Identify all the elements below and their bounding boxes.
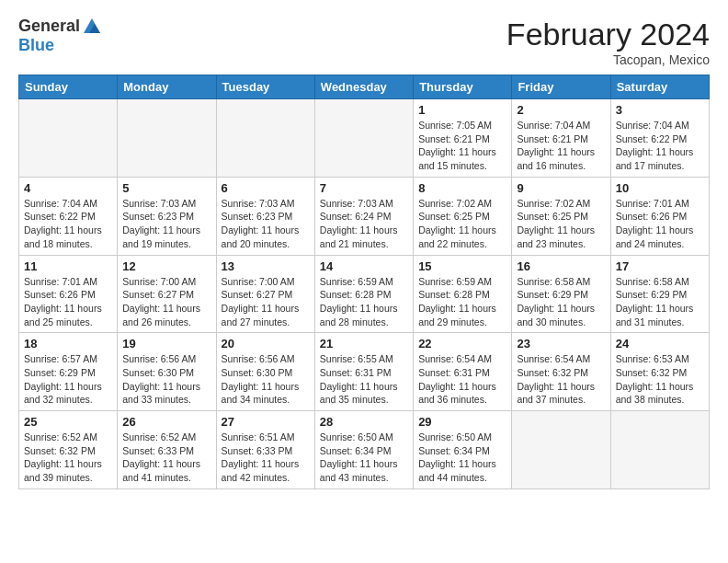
day-number: 21 xyxy=(320,337,408,350)
calendar-cell: 15Sunrise: 6:59 AMSunset: 6:28 PMDayligh… xyxy=(414,255,512,333)
title-block: February 2024 Tacopan, Mexico xyxy=(506,17,710,67)
day-info: Sunrise: 6:52 AMSunset: 6:32 PMDaylight:… xyxy=(24,431,112,485)
day-number: 29 xyxy=(418,415,506,429)
logo-blue-text: Blue xyxy=(18,36,54,54)
header-thursday: Thursday xyxy=(414,75,512,99)
calendar-cell: 22Sunrise: 6:54 AMSunset: 6:31 PMDayligh… xyxy=(414,333,512,411)
day-info: Sunrise: 7:00 AMSunset: 6:27 PMDaylight:… xyxy=(122,275,210,329)
day-number: 20 xyxy=(222,337,310,350)
calendar-cell: 11Sunrise: 7:01 AMSunset: 6:26 PMDayligh… xyxy=(19,255,118,333)
calendar-cell xyxy=(118,99,216,178)
calendar-cell: 23Sunrise: 6:54 AMSunset: 6:32 PMDayligh… xyxy=(512,333,610,411)
day-info: Sunrise: 7:02 AMSunset: 6:25 PMDaylight:… xyxy=(517,197,605,251)
calendar-cell: 25Sunrise: 6:52 AMSunset: 6:32 PMDayligh… xyxy=(19,411,118,489)
calendar-cell xyxy=(19,99,118,178)
day-info: Sunrise: 7:01 AMSunset: 6:26 PMDaylight:… xyxy=(24,275,112,329)
calendar-cell: 26Sunrise: 6:52 AMSunset: 6:33 PMDayligh… xyxy=(118,411,216,489)
day-info: Sunrise: 7:05 AMSunset: 6:21 PMDaylight:… xyxy=(418,119,506,173)
calendar-cell: 12Sunrise: 7:00 AMSunset: 6:27 PMDayligh… xyxy=(118,255,216,333)
day-info: Sunrise: 7:03 AMSunset: 6:23 PMDaylight:… xyxy=(222,197,310,251)
day-number: 9 xyxy=(517,181,605,195)
day-number: 3 xyxy=(616,103,704,117)
day-info: Sunrise: 6:54 AMSunset: 6:31 PMDaylight:… xyxy=(418,352,506,407)
day-info: Sunrise: 7:03 AMSunset: 6:23 PMDaylight:… xyxy=(122,197,210,251)
calendar-cell xyxy=(216,99,314,178)
day-number: 2 xyxy=(517,103,605,117)
calendar-cell: 16Sunrise: 6:58 AMSunset: 6:29 PMDayligh… xyxy=(512,255,610,333)
day-number: 23 xyxy=(517,337,605,350)
day-info: Sunrise: 6:58 AMSunset: 6:29 PMDaylight:… xyxy=(616,275,704,329)
calendar: Sunday Monday Tuesday Wednesday Thursday… xyxy=(18,75,710,489)
day-number: 8 xyxy=(418,181,506,195)
day-number: 19 xyxy=(122,337,210,350)
day-number: 11 xyxy=(24,259,112,273)
calendar-cell: 2Sunrise: 7:04 AMSunset: 6:21 PMDaylight… xyxy=(512,99,610,178)
day-number: 28 xyxy=(320,415,408,429)
calendar-cell xyxy=(314,99,413,178)
calendar-cell: 8Sunrise: 7:02 AMSunset: 6:25 PMDaylight… xyxy=(414,177,512,255)
week-row-0: 1Sunrise: 7:05 AMSunset: 6:21 PMDaylight… xyxy=(19,99,710,178)
logo: General Blue xyxy=(18,17,102,55)
week-row-1: 4Sunrise: 7:04 AMSunset: 6:22 PMDaylight… xyxy=(19,177,710,255)
day-number: 17 xyxy=(616,259,704,273)
week-row-3: 18Sunrise: 6:57 AMSunset: 6:29 PMDayligh… xyxy=(19,333,710,411)
calendar-cell: 13Sunrise: 7:00 AMSunset: 6:27 PMDayligh… xyxy=(216,255,314,333)
day-info: Sunrise: 7:02 AMSunset: 6:25 PMDaylight:… xyxy=(418,197,506,251)
weekday-header-row: Sunday Monday Tuesday Wednesday Thursday… xyxy=(19,75,710,99)
day-number: 5 xyxy=(122,181,210,195)
calendar-cell: 4Sunrise: 7:04 AMSunset: 6:22 PMDaylight… xyxy=(19,177,118,255)
day-number: 27 xyxy=(222,415,310,429)
calendar-cell: 18Sunrise: 6:57 AMSunset: 6:29 PMDayligh… xyxy=(19,333,118,411)
calendar-cell: 20Sunrise: 6:56 AMSunset: 6:30 PMDayligh… xyxy=(216,333,314,411)
day-number: 1 xyxy=(418,103,506,117)
day-number: 14 xyxy=(320,259,408,273)
header-saturday: Saturday xyxy=(610,75,709,99)
day-info: Sunrise: 7:01 AMSunset: 6:26 PMDaylight:… xyxy=(616,197,704,251)
day-number: 7 xyxy=(320,181,408,195)
day-info: Sunrise: 6:57 AMSunset: 6:29 PMDaylight:… xyxy=(24,352,112,407)
day-info: Sunrise: 6:50 AMSunset: 6:34 PMDaylight:… xyxy=(418,431,506,485)
day-info: Sunrise: 6:55 AMSunset: 6:31 PMDaylight:… xyxy=(320,352,408,407)
day-number: 13 xyxy=(222,259,310,273)
day-number: 26 xyxy=(122,415,210,429)
calendar-cell xyxy=(610,411,709,489)
calendar-cell: 10Sunrise: 7:01 AMSunset: 6:26 PMDayligh… xyxy=(610,177,709,255)
calendar-cell: 3Sunrise: 7:04 AMSunset: 6:22 PMDaylight… xyxy=(610,99,709,178)
month-title: February 2024 xyxy=(506,17,710,52)
logo-general-text: General xyxy=(18,17,80,36)
calendar-cell: 29Sunrise: 6:50 AMSunset: 6:34 PMDayligh… xyxy=(414,411,512,489)
calendar-cell: 7Sunrise: 7:03 AMSunset: 6:24 PMDaylight… xyxy=(314,177,413,255)
day-info: Sunrise: 7:04 AMSunset: 6:22 PMDaylight:… xyxy=(24,197,112,251)
day-info: Sunrise: 6:51 AMSunset: 6:33 PMDaylight:… xyxy=(222,431,310,485)
week-row-4: 25Sunrise: 6:52 AMSunset: 6:32 PMDayligh… xyxy=(19,411,710,489)
day-info: Sunrise: 6:56 AMSunset: 6:30 PMDaylight:… xyxy=(222,352,310,407)
day-info: Sunrise: 6:52 AMSunset: 6:33 PMDaylight:… xyxy=(122,431,210,485)
day-info: Sunrise: 6:58 AMSunset: 6:29 PMDaylight:… xyxy=(517,275,605,329)
day-info: Sunrise: 7:03 AMSunset: 6:24 PMDaylight:… xyxy=(320,197,408,251)
day-info: Sunrise: 6:56 AMSunset: 6:30 PMDaylight:… xyxy=(122,352,210,407)
day-info: Sunrise: 7:04 AMSunset: 6:21 PMDaylight:… xyxy=(517,119,605,173)
calendar-cell: 27Sunrise: 6:51 AMSunset: 6:33 PMDayligh… xyxy=(216,411,314,489)
header-sunday: Sunday xyxy=(19,75,118,99)
header-wednesday: Wednesday xyxy=(314,75,413,99)
day-number: 15 xyxy=(418,259,506,273)
week-row-2: 11Sunrise: 7:01 AMSunset: 6:26 PMDayligh… xyxy=(19,255,710,333)
header-tuesday: Tuesday xyxy=(216,75,314,99)
day-number: 4 xyxy=(24,181,112,195)
calendar-cell: 6Sunrise: 7:03 AMSunset: 6:23 PMDaylight… xyxy=(216,177,314,255)
day-info: Sunrise: 6:53 AMSunset: 6:32 PMDaylight:… xyxy=(616,352,704,407)
header-monday: Monday xyxy=(118,75,216,99)
calendar-cell: 9Sunrise: 7:02 AMSunset: 6:25 PMDaylight… xyxy=(512,177,610,255)
calendar-cell: 1Sunrise: 7:05 AMSunset: 6:21 PMDaylight… xyxy=(414,99,512,178)
day-info: Sunrise: 6:59 AMSunset: 6:28 PMDaylight:… xyxy=(418,275,506,329)
day-info: Sunrise: 6:59 AMSunset: 6:28 PMDaylight:… xyxy=(320,275,408,329)
calendar-cell: 14Sunrise: 6:59 AMSunset: 6:28 PMDayligh… xyxy=(314,255,413,333)
location: Tacopan, Mexico xyxy=(506,52,710,67)
day-number: 22 xyxy=(418,337,506,350)
day-info: Sunrise: 7:00 AMSunset: 6:27 PMDaylight:… xyxy=(222,275,310,329)
calendar-cell: 5Sunrise: 7:03 AMSunset: 6:23 PMDaylight… xyxy=(118,177,216,255)
header: General Blue February 2024 Tacopan, Mexi… xyxy=(18,17,710,67)
calendar-cell xyxy=(512,411,610,489)
day-info: Sunrise: 6:50 AMSunset: 6:34 PMDaylight:… xyxy=(320,431,408,485)
logo-icon xyxy=(82,17,102,37)
